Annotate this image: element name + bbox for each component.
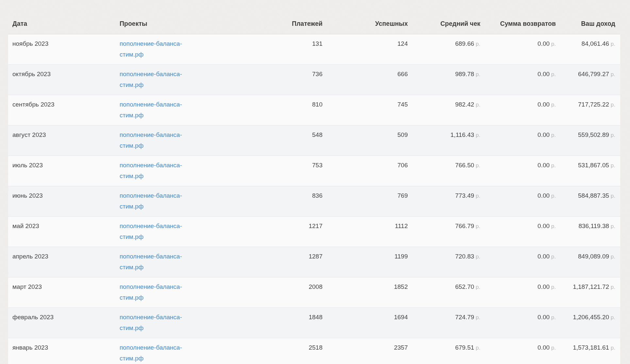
refunds-value: 0.00: [538, 192, 550, 199]
currency-suffix: р.: [474, 41, 480, 47]
avg_check-value: 989.78: [455, 71, 474, 77]
table-row: сентябрь 2023пополнение-баланса-стим.рф8…: [8, 95, 620, 125]
table-row: май 2023пополнение-баланса-стим.рф121711…: [8, 217, 620, 247]
cell-payments: 131: [198, 34, 323, 65]
cell-refunds: 0.00 р.: [480, 277, 556, 308]
date-value: февраль 2023: [12, 314, 54, 321]
income-value: 559,502.89: [578, 131, 609, 138]
date-value: август 2023: [12, 131, 46, 138]
column-header-successful: Успешных: [323, 0, 408, 34]
cell-date: июнь 2023: [8, 186, 120, 217]
successful-value: 2357: [394, 344, 408, 351]
avg_check-value: 689.66: [455, 40, 474, 47]
cell-refunds: 0.00 р.: [480, 338, 556, 364]
cell-income: 559,502.89 р.: [556, 125, 620, 156]
cell-payments: 836: [198, 186, 323, 217]
cell-payments: 753: [198, 156, 323, 186]
cell-refunds: 0.00 р.: [480, 308, 556, 338]
cell-income: 1,206,455.20 р.: [556, 308, 620, 338]
table-row: март 2023пополнение-баланса-стим.рф20081…: [8, 277, 620, 308]
project-link[interactable]: пополнение-баланса-стим.рф: [120, 131, 182, 149]
project-link[interactable]: пополнение-баланса-стим.рф: [120, 192, 182, 210]
currency-suffix: р.: [474, 102, 480, 108]
currency-suffix: р.: [474, 132, 480, 138]
currency-suffix: р.: [609, 132, 615, 138]
date-value: апрель 2023: [12, 253, 48, 260]
avg_check-value: 1,116.43: [451, 131, 474, 138]
cell-date: октябрь 2023: [8, 65, 120, 95]
project-link[interactable]: пополнение-баланса-стим.рф: [120, 162, 182, 179]
cell-successful: 706: [323, 156, 408, 186]
currency-suffix: р.: [550, 314, 556, 321]
cell-project: пополнение-баланса-стим.рф: [120, 156, 198, 186]
successful-value: 124: [397, 40, 408, 47]
project-link[interactable]: пополнение-баланса-стим.рф: [120, 71, 182, 88]
payments-value: 2008: [309, 283, 323, 290]
cell-successful: 769: [323, 186, 408, 217]
project-link[interactable]: пополнение-баланса-стим.рф: [120, 344, 182, 362]
project-link[interactable]: пополнение-баланса-стим.рф: [120, 253, 182, 271]
project-link[interactable]: пополнение-баланса-стим.рф: [120, 314, 182, 331]
currency-suffix: р.: [609, 162, 615, 169]
cell-successful: 745: [323, 95, 408, 125]
cell-refunds: 0.00 р.: [480, 125, 556, 156]
column-header-project: Проекты: [120, 0, 198, 34]
column-header-refunds: Сумма возвратов: [480, 0, 556, 34]
income-value: 836,119.38: [578, 223, 609, 229]
table-row: апрель 2023пополнение-баланса-стим.рф128…: [8, 247, 620, 277]
column-header-income: Ваш доход: [556, 0, 620, 34]
payments-value: 736: [312, 71, 323, 77]
currency-suffix: р.: [609, 193, 615, 199]
cell-income: 1,573,181.61 р.: [556, 338, 620, 364]
currency-suffix: р.: [609, 71, 615, 77]
currency-suffix: р.: [609, 284, 615, 290]
cell-project: пополнение-баланса-стим.рф: [120, 217, 198, 247]
successful-value: 769: [397, 192, 408, 199]
cell-avg_check: 989.78 р.: [408, 65, 480, 95]
cell-income: 849,089.09 р.: [556, 247, 620, 277]
payments-value: 810: [312, 101, 323, 108]
income-value: 1,206,455.20: [573, 314, 609, 321]
refunds-value: 0.00: [538, 71, 550, 77]
currency-suffix: р.: [474, 345, 480, 351]
project-link[interactable]: пополнение-баланса-стим.рф: [120, 283, 182, 301]
income-value: 84,061.46: [582, 40, 609, 47]
currency-suffix: р.: [550, 102, 556, 108]
header-row: ДатаПроектыПлатежейУспешныхСредний чекСу…: [8, 0, 620, 34]
date-value: май 2023: [12, 223, 39, 229]
cell-income: 531,867.05 р.: [556, 156, 620, 186]
project-link[interactable]: пополнение-баланса-стим.рф: [120, 101, 182, 119]
avg_check-value: 679.51: [455, 344, 474, 351]
refunds-value: 0.00: [538, 131, 550, 138]
cell-payments: 736: [198, 65, 323, 95]
cell-payments: 2008: [198, 277, 323, 308]
date-value: ноябрь 2023: [12, 40, 48, 47]
payments-value: 753: [312, 162, 323, 169]
refunds-value: 0.00: [538, 344, 550, 351]
cell-income: 717,725.22 р.: [556, 95, 620, 125]
cell-successful: 1694: [323, 308, 408, 338]
table-row: ноябрь 2023пополнение-баланса-стим.рф131…: [8, 34, 620, 65]
currency-suffix: р.: [609, 314, 615, 321]
cell-income: 836,119.38 р.: [556, 217, 620, 247]
refunds-value: 0.00: [538, 253, 550, 260]
column-header-payments: Платежей: [198, 0, 323, 34]
cell-project: пополнение-баланса-стим.рф: [120, 34, 198, 65]
project-link[interactable]: пополнение-баланса-стим.рф: [120, 223, 182, 240]
cell-date: ноябрь 2023: [8, 34, 120, 65]
cell-avg_check: 679.51 р.: [408, 338, 480, 364]
date-value: июнь 2023: [12, 192, 43, 199]
project-link[interactable]: пополнение-баланса-стим.рф: [120, 40, 182, 58]
table-row: январь 2023пополнение-баланса-стим.рф251…: [8, 338, 620, 364]
table-row: октябрь 2023пополнение-баланса-стим.рф73…: [8, 65, 620, 95]
cell-avg_check: 652.70 р.: [408, 277, 480, 308]
avg_check-value: 982.42: [455, 101, 474, 108]
cell-date: май 2023: [8, 217, 120, 247]
refunds-value: 0.00: [538, 40, 550, 47]
payments-value: 2518: [309, 344, 323, 351]
currency-suffix: р.: [550, 223, 556, 229]
cell-successful: 1852: [323, 277, 408, 308]
successful-value: 1852: [394, 283, 408, 290]
payments-value: 1287: [309, 253, 323, 260]
cell-income: 1,187,121.72 р.: [556, 277, 620, 308]
